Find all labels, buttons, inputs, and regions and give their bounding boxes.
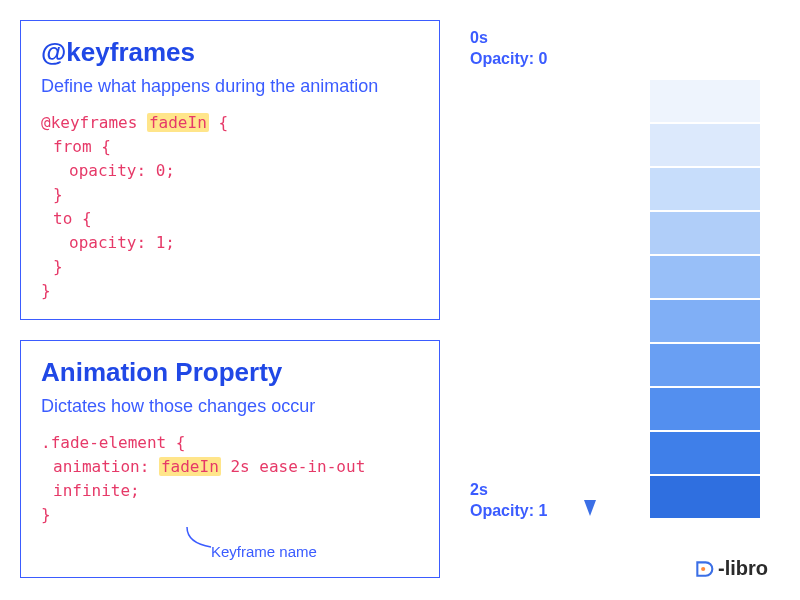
timeline-end-opacity: Opacity: 1 <box>470 501 547 522</box>
animation-subtitle: Dictates how those changes occur <box>41 394 419 419</box>
code-text: } <box>41 255 419 279</box>
swatch <box>650 80 760 122</box>
opacity-swatches <box>650 80 760 520</box>
pointer-label: Keyframe name <box>211 543 317 560</box>
pointer: Keyframe name <box>41 531 419 561</box>
swatch <box>650 300 760 342</box>
keyframes-code: @keyframes fadeIn { from { opacity: 0; }… <box>41 111 419 303</box>
swatch <box>650 476 760 518</box>
logo: -libro <box>694 557 768 580</box>
code-highlight: fadeIn <box>147 113 209 132</box>
logo-icon <box>694 559 714 579</box>
svg-point-1 <box>701 566 705 570</box>
timeline-start-label: 0s Opacity: 0 <box>470 28 780 70</box>
timeline-panel: 0s Opacity: 0 2s <box>470 20 780 578</box>
swatch <box>650 388 760 430</box>
keyframes-title: @keyframes <box>41 37 419 68</box>
keyframes-card: @keyframes Define what happens during th… <box>20 20 440 320</box>
code-text: } <box>41 503 419 527</box>
code-text: { <box>209 113 228 132</box>
swatch <box>650 344 760 386</box>
swatch <box>650 168 760 210</box>
timeline-start-opacity: Opacity: 0 <box>470 49 780 70</box>
code-text: from { <box>41 135 419 159</box>
code-text: opacity: 1; <box>41 231 419 255</box>
code-text: } <box>41 279 419 303</box>
code-text: animation: <box>53 457 159 476</box>
code-text: } <box>41 183 419 207</box>
logo-text: -libro <box>718 557 768 580</box>
timeline-end-time: 2s <box>470 480 547 501</box>
timeline-start-time: 0s <box>470 28 780 49</box>
code-text: @keyframes <box>41 113 147 132</box>
animation-card: Animation Property Dictates how those ch… <box>20 340 440 578</box>
swatch <box>650 124 760 166</box>
swatch <box>650 256 760 298</box>
swatch <box>650 432 760 474</box>
animation-title: Animation Property <box>41 357 419 388</box>
animation-code: .fade-element { animation: fadeIn 2s eas… <box>41 431 419 527</box>
code-text: to { <box>41 207 419 231</box>
keyframes-subtitle: Define what happens during the animation <box>41 74 419 99</box>
timeline-arrow-icon <box>580 80 600 520</box>
code-text: opacity: 0; <box>41 159 419 183</box>
timeline-end-label: 2s Opacity: 1 <box>470 480 547 522</box>
code-highlight: fadeIn <box>159 457 221 476</box>
swatch <box>650 212 760 254</box>
code-text: .fade-element { <box>41 431 419 455</box>
